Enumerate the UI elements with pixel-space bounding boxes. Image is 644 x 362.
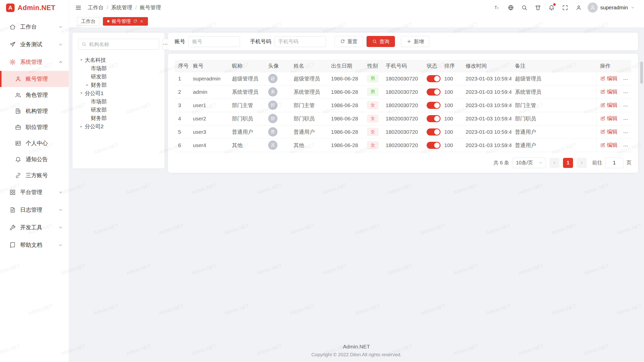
cell-nickname: 部门主管 [228,99,265,112]
page-size-select[interactable]: 10条/页 [513,158,546,168]
scrollbar-thumb[interactable] [640,62,643,84]
menu-item[interactable]: 账号管理 [0,71,69,87]
tree-node[interactable]: 财务部 [78,81,159,89]
row-more-button[interactable] [623,117,628,122]
row-more-button[interactable] [623,77,628,82]
ellipsis-icon [623,143,628,149]
edit-button[interactable]: 编辑 [600,88,618,95]
menu-item[interactable]: 系统管理 [0,53,69,71]
tree-node[interactable]: 市场部 [78,64,159,72]
avatar: 其 [268,141,277,150]
notification-bell-icon[interactable] [548,4,555,11]
row-more-button[interactable] [623,90,628,96]
next-page-button[interactable] [577,158,587,168]
tree-node-label: 市场部 [91,65,107,72]
user-menu[interactable]: superadmin [588,3,635,13]
status-toggle[interactable] [427,88,440,96]
cell-account: admin [189,85,228,99]
font-size-icon[interactable]: Tt [494,4,501,11]
table-header-row: 序号账号昵称头像姓名出生日期性别手机号码状态排序修改时间备注操作 [175,60,631,72]
row-more-button[interactable] [623,130,628,135]
tree-node[interactable]: 大名科技 [78,56,159,64]
tab[interactable]: 工作台 [77,17,100,26]
menu-item[interactable]: 三方账号 [0,167,69,184]
menu-item[interactable]: 开发工具 [0,219,69,236]
tree-node[interactable]: 市场部 [78,97,159,106]
edit-button[interactable]: 编辑 [600,75,618,82]
tree-caret-icon[interactable] [78,57,85,63]
menu-item[interactable]: 机构管理 [0,103,69,119]
status-toggle[interactable] [427,75,440,82]
status-toggle[interactable] [427,102,440,109]
hamburger-icon[interactable] [75,4,82,11]
language-icon[interactable] [507,4,514,11]
menu-item[interactable]: 个人中心 [0,135,69,151]
menu-item[interactable]: 职位管理 [0,119,69,135]
tree-caret-icon[interactable] [78,124,85,129]
tree-node[interactable]: 研发部 [78,106,159,114]
cell-nickname: 其他 [228,139,265,152]
menu-item[interactable]: 日志管理 [0,201,69,219]
menu-item[interactable]: 业务测试 [0,36,69,53]
tab-label: 工作台 [81,18,96,25]
tree-caret-icon[interactable] [84,82,91,87]
menu-item[interactable]: 帮助文档 [0,236,69,254]
cell-remark: 普通用户 [511,125,596,139]
search-icon[interactable] [521,4,528,11]
phone-filter-input[interactable] [274,36,326,47]
prev-page-button[interactable] [549,158,559,168]
row-more-button[interactable] [623,103,628,109]
cell-order: 100 [441,99,462,112]
menu-item[interactable]: 通知公告 [0,151,69,167]
refresh-icon[interactable] [133,19,137,23]
column-header: 账号 [189,60,228,72]
status-toggle[interactable] [427,115,440,122]
fullscreen-icon[interactable] [561,4,569,11]
column-header: 出生日期 [328,60,364,72]
test-icon [9,41,16,48]
menu-item-label: 机构管理 [26,107,63,115]
theme-icon[interactable] [534,4,541,11]
sidebar-menu: 工作台 业务测试 系统管理 账号管理 [0,16,69,254]
user-settings-icon[interactable] [575,4,582,11]
breadcrumb-item[interactable]: 系统管理 [111,4,132,11]
menu-item[interactable]: 工作台 [0,18,69,36]
cell-modified: 2023-01-03 10:59:44 [462,112,511,125]
breadcrumb-item[interactable]: 账号管理 [140,4,161,11]
menu-item-label: 工作台 [20,23,58,31]
tree-node[interactable]: 研发部 [78,72,159,81]
status-toggle[interactable] [427,142,440,149]
cell-index: 2 [175,85,189,99]
tabbar: 工作台 账号管理 [69,15,644,28]
page-jump-input[interactable] [605,158,623,168]
menu-item[interactable]: 角色管理 [0,87,69,103]
account-filter-input[interactable] [188,36,240,47]
row-more-button[interactable] [623,143,628,149]
reset-button[interactable]: 重置 [335,36,363,47]
cell-phone: 18020030720 [382,72,423,85]
tab[interactable]: 账号管理 [103,17,148,26]
cell-remark: 部门职员 [511,112,596,125]
page-number-button[interactable]: 1 [563,158,573,168]
close-icon[interactable] [140,19,144,23]
tree-node[interactable]: 分公司1 [78,89,159,97]
search-button[interactable]: 查询 [367,36,395,47]
breadcrumb-item[interactable]: 工作台 [88,4,104,11]
tree-node[interactable]: 财务部 [78,114,159,122]
pagination: 共 6 条 10条/页 1 前往 [175,158,631,168]
org-search-input[interactable] [89,41,156,47]
gender-badge: 男 [367,88,378,96]
menu-item[interactable]: 平台管理 [0,184,69,201]
menu-item-label: 平台管理 [20,189,58,196]
column-header: 姓名 [290,60,328,72]
edit-button[interactable]: 编辑 [600,128,618,135]
plus-icon [407,39,412,44]
status-toggle[interactable] [427,128,440,135]
tree-node[interactable]: 分公司2 [78,122,159,130]
tree-caret-icon[interactable] [78,90,85,96]
org-more-button[interactable] [162,39,168,50]
edit-button[interactable]: 编辑 [600,142,618,149]
add-button[interactable]: 新增 [401,36,429,47]
edit-button[interactable]: 编辑 [600,102,618,109]
edit-button[interactable]: 编辑 [600,115,618,122]
